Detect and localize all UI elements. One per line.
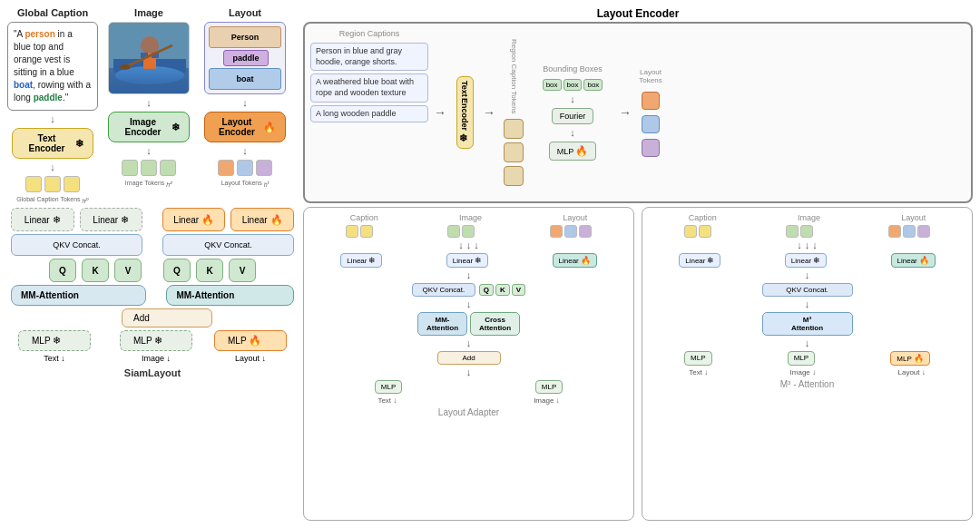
caption-1: Person in blue and gray hoodie, orange s… — [310, 43, 428, 71]
cap-token-2 — [44, 176, 61, 192]
siamLayout-label: SiamLayout — [11, 367, 294, 378]
svg-point-3 — [115, 66, 184, 84]
region-captions-title: Region Captions — [310, 29, 428, 38]
arrow-img-down: ↓ — [146, 98, 152, 108]
q-letter2: Q — [163, 259, 191, 282]
layout-encoder-panel: Region Captions Person in blue and gray … — [303, 22, 973, 203]
la-tokens-row — [309, 225, 628, 238]
cap-token-3 — [64, 176, 80, 192]
layout-box: Person paddle boat — [204, 22, 286, 94]
layout-encoder-box: Layout Encoder 🔥 — [204, 112, 286, 142]
img-token-2 — [141, 160, 157, 176]
linear-row: Linear ❄ Linear ❄ Linear 🔥 Linear 🔥 — [11, 208, 294, 231]
layout-out-label: Layout ↓ — [214, 354, 287, 363]
m3-mlp-1: MLP — [684, 351, 711, 366]
m3-linear-1: Linear ❄ — [679, 253, 720, 268]
la-mlp-row: MLP MLP — [309, 380, 628, 394]
fourier-box: Fourier — [552, 108, 594, 124]
k-letter2: K — [196, 259, 223, 282]
qkv-letters-row: Q K V Q K V — [11, 259, 294, 282]
layout-title: Layout — [229, 7, 261, 18]
fire-icon: 🔥 — [263, 122, 276, 133]
rc-tokens-col: Region Caption Tokens — [501, 29, 526, 196]
image-out-label: Image ↓ — [120, 354, 192, 363]
m3-tokens-row — [648, 225, 966, 238]
lt-token-purple — [642, 139, 660, 157]
bbox-tag-3: box — [583, 79, 603, 91]
image-linear: Linear ❄ — [80, 208, 143, 231]
svg-point-9 — [120, 64, 131, 70]
main-container: Global Caption Image Layout "A person in… — [0, 0, 980, 528]
output-labels: Text ↓ Image ↓ Layout ↓ — [11, 354, 294, 363]
caption-tokens-row — [25, 176, 80, 192]
caption-2: A weathered blue boat with rope and wood… — [310, 73, 428, 102]
snowflake-icon2: ❄ — [172, 122, 180, 133]
img-token-3 — [160, 160, 176, 176]
lt-token-orange — [642, 92, 660, 110]
mlp-row: MLP ❄ MLP ❄ MLP 🔥 — [11, 330, 294, 351]
cap-tokens-label: Global Caption Tokens hp — [16, 196, 88, 204]
la-add-row: Add — [309, 351, 628, 365]
layout-linear-1: Linear 🔥 — [162, 208, 226, 231]
v-letter2: V — [229, 259, 256, 282]
global-caption-title: Global Caption — [17, 7, 88, 18]
caption-3: A long wooden paddle — [310, 105, 428, 123]
m3-attention-box: M³Attention — [762, 312, 853, 336]
caption-box: "A person in a blue top and orange vest … — [7, 22, 98, 111]
bbox-row: box box box — [543, 79, 603, 91]
bounding-boxes-title: Bounding Boxes — [543, 64, 603, 73]
flow-diagram: Linear ❄ Linear ❄ Linear 🔥 Linear 🔥 — [7, 208, 298, 378]
rc-token-1 — [504, 119, 524, 139]
rc-tokens-title: Region Caption Tokens — [510, 39, 518, 114]
arrow-ie-down: ↓ — [146, 146, 152, 156]
layout-qkv: QKV Concat. — [162, 234, 294, 256]
mlp-small: MLP 🔥 — [549, 142, 597, 161]
arrow-te-down: ↓ — [50, 162, 55, 172]
lt-token-blue — [642, 115, 660, 133]
bbox-tag-2: box — [564, 79, 583, 91]
arrow-lo-down: ↓ — [242, 98, 248, 108]
layout-encoder-title: Layout Encoder — [303, 7, 973, 20]
arrow-caption-down: ↓ — [50, 114, 55, 124]
lay-token-1 — [218, 160, 234, 176]
boat-region: boat — [209, 68, 281, 90]
text-mlp: MLP ❄ — [18, 330, 91, 351]
right-arrow: → — [434, 29, 446, 196]
right-section: Layout Encoder Region Captions Person in… — [303, 7, 973, 521]
layout-adapter-title: Layout Adapter — [309, 407, 628, 417]
bbox-tag-1: box — [543, 79, 562, 91]
lay-token-3 — [256, 160, 272, 176]
image-svg — [109, 23, 190, 94]
text-encoder-box: Text Encoder ❄ — [12, 128, 93, 159]
layout-tokens-row — [218, 160, 272, 176]
la-token-labels: Caption Image Layout — [309, 213, 628, 222]
la-qkv-row: QKV Concat. Q K V — [309, 283, 628, 297]
layout-col: Person paddle boat ↓ Layout Encoder 🔥 ↓ — [200, 22, 290, 204]
layout-tokens-final-col: Layout Tokens — [637, 29, 664, 196]
add-box: Add — [122, 308, 212, 328]
m3-mlp-row: MLP MLP MLP 🔥 — [648, 351, 966, 366]
text-qkv: QKV Concat. — [11, 234, 142, 256]
m3-qkv-row: QKV Concat. — [648, 283, 966, 297]
cap-token-1 — [25, 176, 42, 192]
la-mlp-2: MLP — [535, 380, 563, 394]
layout-mlp: MLP 🔥 — [214, 330, 287, 351]
la-linear-3: Linear 🔥 — [553, 253, 597, 268]
m3-token-labels: Caption Image Layout — [648, 213, 966, 222]
m3-mlp-2: MLP — [788, 351, 815, 366]
global-caption-col: "A person in a blue top and orange vest … — [7, 22, 98, 204]
left-section: Global Caption Image Layout "A person in… — [7, 7, 298, 521]
m3-qkv: QKV Concat. — [762, 283, 853, 297]
layout-tokens-final-title: Layout Tokens — [637, 68, 664, 84]
image-encoder-box: Image Encoder ❄ — [108, 112, 190, 142]
layout-mm-attention: MM-Attention — [166, 285, 294, 306]
m3-attention-panel: Caption Image Layout — [642, 207, 973, 521]
m3-title: M³ - Attention — [648, 379, 966, 389]
q-letter: Q — [49, 259, 76, 282]
la-linear-1: Linear ❄ — [340, 253, 382, 268]
region-captions-col: Region Captions Person in blue and gray … — [310, 29, 428, 196]
paddle-highlight: paddle — [34, 93, 63, 103]
layout-adapter-panel: Caption Image Layout — [303, 207, 634, 521]
qkv-row: QKV Concat. QKV Concat. — [11, 234, 294, 256]
text-linear: Linear ❄ — [11, 208, 74, 231]
